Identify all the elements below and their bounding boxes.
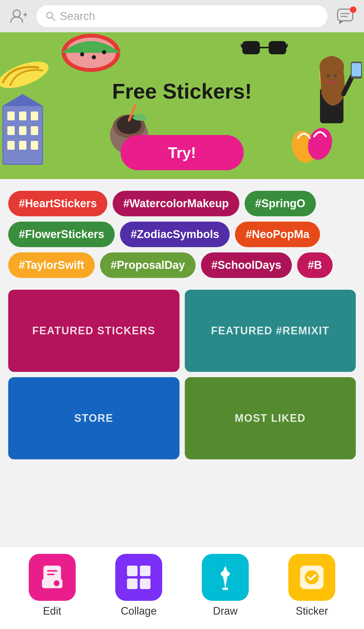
search-icon (45, 11, 56, 21)
featured-stickers-card[interactable]: FEATURED STICKERS (8, 290, 180, 372)
search-bar[interactable]: Search (36, 5, 328, 27)
svg-rect-29 (19, 112, 26, 120)
watermelon-sticker (59, 32, 123, 73)
banana-sticker (0, 56, 53, 94)
svg-line-18 (286, 44, 288, 48)
building-sticker (0, 91, 48, 167)
nav-label-edit: Edit (43, 605, 61, 617)
svg-rect-49 (140, 579, 150, 589)
sunglasses-sticker (241, 32, 288, 68)
feature-section: FEATURED STICKERS FEATURED #REMIXIT STOR… (0, 284, 364, 459)
svg-rect-48 (127, 579, 138, 589)
svg-rect-14 (242, 41, 260, 54)
svg-point-45 (54, 580, 60, 586)
nav-item-draw[interactable]: Draw (202, 554, 249, 617)
hashtag-row-1: #HeartStickers #WatercolorMakeup #Spring… (8, 191, 356, 216)
collage-icon (124, 563, 153, 592)
hashtag-neopopma[interactable]: #NeoPopMa (235, 222, 320, 247)
most-liked-card[interactable]: MOST LIKED (185, 377, 356, 459)
nav-icon-sticker (288, 554, 335, 601)
flipflops-sticker (288, 120, 335, 167)
nav-icon-draw (202, 554, 249, 601)
svg-line-4 (52, 18, 55, 21)
svg-point-13 (102, 50, 106, 54)
hashtag-springo[interactable]: #SpringO (245, 191, 316, 216)
nav-icon-collage (115, 554, 162, 601)
top-bar: Search (0, 0, 364, 32)
hashtag-b[interactable]: #B (297, 252, 333, 278)
hashtag-proposal-day[interactable]: #ProposalDay (100, 252, 195, 278)
nav-item-sticker[interactable]: Sticker (288, 554, 335, 617)
hashtag-watercolor-makeup[interactable]: #WatercolorMakeup (113, 191, 239, 216)
featured-remixit-card[interactable]: FEATURED #REMIXIT (185, 290, 356, 372)
most-liked-label: MOST LIKED (229, 406, 311, 430)
svg-rect-30 (31, 112, 38, 120)
svg-point-24 (327, 74, 330, 77)
edit-icon (38, 563, 67, 592)
nav-icon-edit (29, 554, 76, 601)
svg-line-17 (241, 44, 242, 48)
svg-rect-15 (269, 41, 286, 54)
add-user-button[interactable] (7, 6, 31, 26)
chat-button[interactable] (333, 6, 357, 26)
svg-rect-35 (19, 141, 26, 150)
svg-point-51 (221, 571, 230, 577)
svg-rect-23 (352, 63, 361, 76)
bottom-nav: Edit Collage Draw (0, 547, 364, 629)
svg-rect-46 (127, 566, 138, 576)
hashtag-flower-stickers[interactable]: #FlowerStickers (8, 222, 115, 247)
nav-label-draw: Draw (213, 605, 238, 617)
hashtag-section: #HeartStickers #WatercolorMakeup #Spring… (0, 179, 364, 284)
nav-label-sticker: Sticker (296, 605, 328, 617)
svg-point-25 (334, 74, 337, 77)
svg-marker-50 (222, 566, 228, 589)
svg-rect-28 (7, 112, 15, 120)
svg-rect-47 (140, 566, 150, 576)
svg-rect-33 (31, 126, 38, 135)
banner: Free Stickers! Try! (0, 32, 364, 179)
store-label: STORE (68, 406, 119, 430)
hashtag-school-days[interactable]: #SchoolDays (201, 252, 292, 278)
hashtag-row-2: #FlowerStickers #ZodiacSymbols #NeoPopMa (8, 222, 356, 247)
svg-point-12 (92, 55, 96, 59)
svg-rect-52 (222, 588, 228, 590)
draw-icon (211, 563, 240, 592)
nav-label-collage: Collage (121, 605, 157, 617)
sticker-icon (297, 563, 326, 592)
try-button[interactable]: Try! (121, 135, 244, 170)
search-placeholder: Search (60, 10, 95, 23)
store-card[interactable]: STORE (8, 377, 180, 459)
svg-rect-36 (31, 141, 38, 150)
svg-rect-32 (19, 126, 26, 135)
chat-badge (350, 6, 356, 13)
nav-item-collage[interactable]: Collage (115, 554, 162, 617)
svg-point-0 (13, 10, 20, 17)
hashtag-taylor-swift[interactable]: #TaylorSwift (8, 252, 95, 278)
hashtag-row-3: #TaylorSwift #ProposalDay #SchoolDays #B (8, 252, 356, 278)
hashtag-zodiac-symbols[interactable]: #ZodiacSymbols (120, 222, 230, 247)
svg-marker-37 (3, 94, 43, 106)
banner-title: Free Stickers! (112, 79, 252, 103)
svg-point-11 (80, 52, 84, 56)
svg-rect-31 (7, 126, 15, 135)
hashtag-heart-stickers[interactable]: #HeartStickers (8, 191, 107, 216)
nav-item-edit[interactable]: Edit (29, 554, 76, 617)
featured-remixit-label: FEATURED #REMIXIT (205, 319, 335, 343)
add-user-icon (10, 9, 27, 23)
featured-stickers-label: FEATURED STICKERS (26, 319, 161, 343)
svg-rect-34 (7, 141, 15, 150)
